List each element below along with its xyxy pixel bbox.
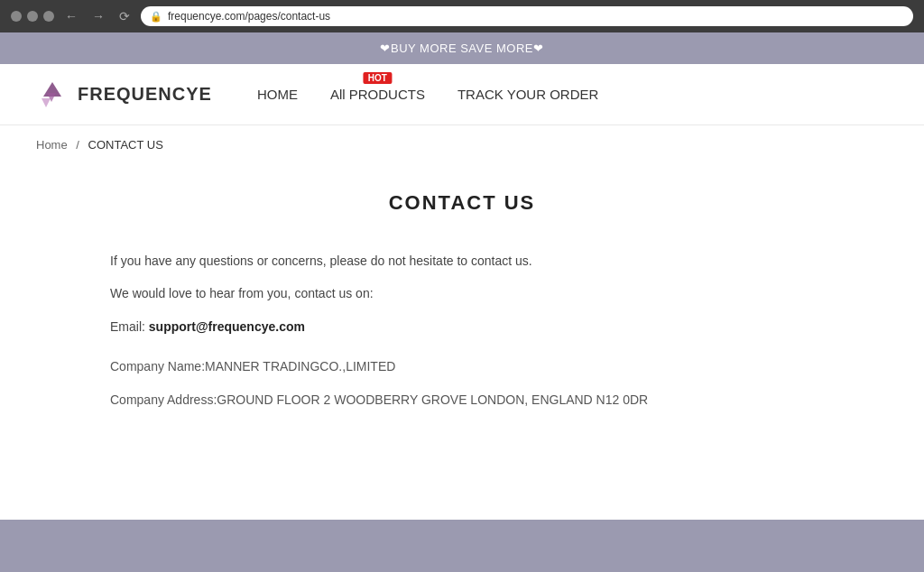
maximize-button[interactable] — [43, 11, 54, 22]
svg-marker-2 — [42, 98, 51, 107]
nav-track[interactable]: TRACK YOUR ORDER — [457, 87, 598, 102]
contact-company: Company Name:MANNER TRADINGCO.,LIMITED — [110, 356, 814, 376]
contact-intro2: We would love to hear from you, contact … — [110, 283, 814, 303]
nav-products-link[interactable]: All PRODUCTS — [330, 87, 425, 102]
hot-badge: HOT — [364, 72, 392, 84]
breadcrumb-separator: / — [76, 138, 79, 152]
reload-button[interactable]: ⟳ — [116, 9, 134, 23]
minimize-button[interactable] — [27, 11, 38, 22]
main-nav: HOME HOT All PRODUCTS TRACK YOUR ORDER — [257, 87, 598, 102]
close-button[interactable] — [11, 11, 22, 22]
email-label: Email: — [110, 319, 149, 334]
url-text: frequencye.com/pages/contact-us — [168, 10, 330, 23]
contact-address: Company Address:GROUND FLOOR 2 WOODBERRY… — [110, 390, 814, 410]
logo-link[interactable]: FREQUENCYE — [36, 78, 212, 111]
nav-products[interactable]: HOT All PRODUCTS — [330, 87, 425, 102]
browser-window-buttons — [11, 11, 54, 22]
page-title: CONTACT US — [92, 191, 832, 215]
contact-email-line: Email: support@frequencye.com — [110, 317, 814, 337]
email-value[interactable]: support@frequencye.com — [149, 319, 305, 334]
footer — [0, 520, 924, 572]
contact-body: If you have any questions or concerns, p… — [92, 251, 832, 410]
browser-chrome: ← → ⟳ 🔒 frequencye.com/pages/contact-us — [0, 0, 924, 32]
logo-text: FREQUENCYE — [78, 84, 212, 105]
forward-button[interactable]: → — [88, 9, 108, 23]
promo-text: ❤BUY MORE SAVE MORE❤ — [380, 42, 543, 55]
contact-intro1: If you have any questions or concerns, p… — [110, 251, 814, 271]
breadcrumb: Home / CONTACT US — [0, 125, 924, 164]
breadcrumb-current: CONTACT US — [88, 138, 163, 152]
back-button[interactable]: ← — [61, 9, 81, 23]
nav-home[interactable]: HOME — [257, 87, 298, 102]
main-content: CONTACT US If you have any questions or … — [56, 164, 868, 458]
address-bar[interactable]: 🔒 frequencye.com/pages/contact-us — [141, 6, 913, 26]
promo-bar: ❤BUY MORE SAVE MORE❤ — [0, 32, 924, 64]
breadcrumb-home[interactable]: Home — [36, 138, 68, 152]
header: FREQUENCYE HOME HOT All PRODUCTS TRACK Y… — [0, 64, 924, 125]
lock-icon: 🔒 — [150, 11, 162, 23]
logo-icon — [36, 78, 69, 111]
